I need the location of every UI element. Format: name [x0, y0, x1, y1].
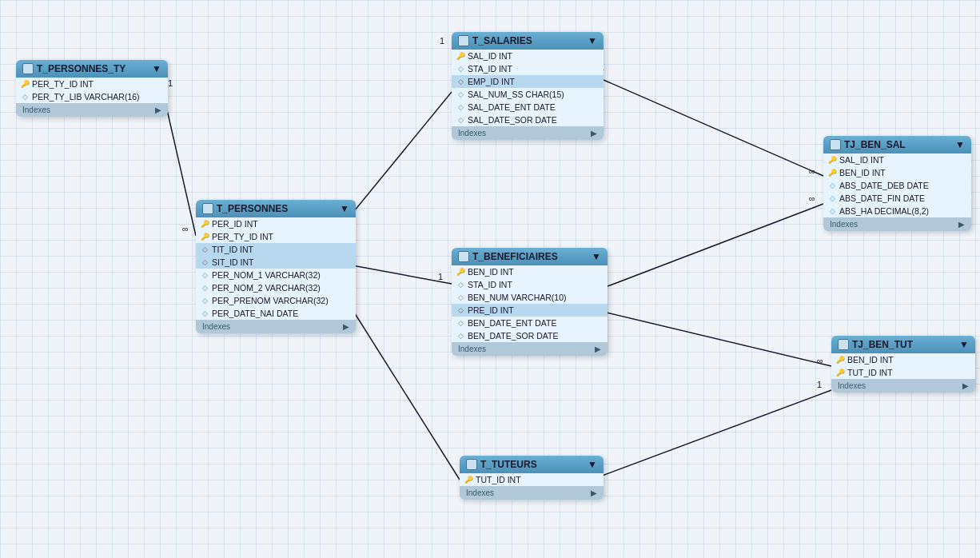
table-tj-ben-tut: TJ_BEN_TUT ▼ 🔑 BEN_ID INT 🔑 TUT_ID INT I…: [831, 336, 975, 393]
table-header-t-salaries[interactable]: T_SALARIES ▼: [452, 32, 604, 50]
svg-text:1: 1: [817, 380, 822, 389]
pk-icon: 🔑: [456, 52, 464, 60]
svg-line-12: [604, 80, 823, 176]
dropdown-arrow-icon[interactable]: ▼: [955, 139, 965, 150]
field-row: ◇ ABS_DATE_DEB DATE: [823, 179, 971, 192]
fk-icon: ◇: [456, 306, 464, 314]
field-icon: ◇: [828, 181, 836, 189]
table-title: T_SALARIES: [472, 35, 532, 46]
field-row-highlighted: ◇ SIT_ID INT: [196, 256, 356, 269]
field-icon: ◇: [21, 93, 29, 101]
field-row: ◇ PER_TY_LIB VARCHAR(16): [16, 90, 168, 103]
svg-line-15: [604, 204, 823, 288]
dropdown-arrow-icon[interactable]: ▼: [959, 339, 969, 350]
footer-arrow-icon: ▶: [958, 220, 965, 229]
table-tj-ben-sal: TJ_BEN_SAL ▼ 🔑 SAL_ID INT 🔑 BEN_ID INT ◇…: [823, 136, 971, 231]
table-t-salaries: T_SALARIES ▼ 🔑 SAL_ID INT ◇ STA_ID INT ◇…: [452, 32, 604, 140]
field-text: SIT_ID INT: [212, 257, 254, 267]
field-text: STA_ID INT: [468, 280, 512, 289]
pk-icon: 🔑: [464, 476, 472, 484]
table-t-personnes-ty: T_PERSONNES_TY ▼ 🔑 PER_TY_ID INT ◇ PER_T…: [16, 60, 168, 117]
table-header-t-personnes[interactable]: T_PERSONNES ▼: [196, 200, 356, 217]
field-row-highlighted: ◇ EMP_ID INT: [452, 75, 604, 88]
field-icon: ◇: [828, 207, 836, 215]
field-text: SAL_ID INT: [839, 155, 884, 165]
field-row: ◇ SAL_DATE_SOR DATE: [452, 114, 604, 126]
field-text: EMP_ID INT: [468, 77, 515, 86]
fk-icon: 🔑: [828, 169, 836, 177]
table-footer-t-personnes-ty[interactable]: Indexes ▶: [16, 103, 168, 117]
field-text: PER_TY_ID INT: [32, 79, 94, 89]
fk-icon: 🔑: [201, 233, 209, 241]
table-footer-t-tuteurs[interactable]: Indexes ▶: [460, 486, 604, 500]
field-text: PER_TY_LIB VARCHAR(16): [32, 92, 140, 102]
field-text: ABS_HA DECIMAL(8,2): [839, 206, 929, 216]
field-icon: ◇: [456, 293, 464, 301]
field-row: 🔑 SAL_ID INT: [823, 153, 971, 166]
table-icon: [202, 203, 213, 214]
dropdown-arrow-icon[interactable]: ▼: [592, 251, 601, 262]
pk-icon: 🔑: [456, 268, 464, 276]
table-body: 🔑 BEN_ID INT ◇ STA_ID INT ◇ BEN_NUM VARC…: [452, 265, 608, 342]
field-text: PER_NOM_2 VARCHAR(32): [212, 283, 321, 293]
field-text: STA_ID INT: [468, 64, 512, 74]
fk-icon: ◇: [201, 258, 209, 266]
field-row: 🔑 BEN_ID INT: [831, 353, 975, 366]
svg-line-9: [344, 296, 460, 480]
field-row: ◇ ABS_HA DECIMAL(8,2): [823, 205, 971, 217]
field-row: 🔑 PER_TY_ID INT: [16, 78, 168, 90]
table-footer-t-salaries[interactable]: Indexes ▶: [452, 126, 604, 140]
table-icon: [22, 63, 34, 74]
field-row: ◇ SAL_DATE_ENT DATE: [452, 101, 604, 114]
field-row: ◇ ABS_DATE_FIN DATE: [823, 192, 971, 205]
dropdown-arrow-icon[interactable]: ▼: [340, 203, 349, 214]
field-row: ◇ BEN_NUM VARCHAR(10): [452, 291, 608, 304]
svg-text:1: 1: [438, 272, 443, 281]
field-text: BEN_DATE_ENT DATE: [468, 318, 556, 328]
field-row: ◇ PER_NOM_1 VARCHAR(32): [196, 269, 356, 281]
table-header-tj-ben-tut[interactable]: TJ_BEN_TUT ▼: [831, 336, 975, 353]
table-icon: [458, 35, 469, 46]
field-text: SAL_DATE_SOR DATE: [468, 115, 557, 125]
table-footer-tj-ben-tut[interactable]: Indexes ▶: [831, 379, 975, 393]
field-text: SAL_DATE_ENT DATE: [468, 102, 556, 112]
field-text: TIT_ID INT: [212, 245, 253, 254]
table-icon: [830, 139, 841, 150]
svg-text:∞: ∞: [182, 224, 189, 233]
field-text: BEN_NUM VARCHAR(10): [468, 293, 567, 302]
table-title: T_BENEFICIAIRES: [472, 251, 558, 262]
field-row: ◇ SAL_NUM_SS CHAR(15): [452, 88, 604, 101]
indexes-label: Indexes: [202, 322, 230, 331]
dropdown-arrow-icon[interactable]: ▼: [152, 63, 161, 74]
field-icon: ◇: [456, 332, 464, 340]
field-row: 🔑 PER_ID INT: [196, 217, 356, 230]
field-text: SAL_ID INT: [468, 51, 512, 61]
dropdown-arrow-icon[interactable]: ▼: [588, 35, 597, 46]
table-title: TJ_BEN_SAL: [844, 139, 906, 150]
field-row: 🔑 SAL_ID INT: [452, 50, 604, 62]
svg-line-3: [344, 92, 452, 224]
table-header-tj-ben-sal[interactable]: TJ_BEN_SAL ▼: [823, 136, 971, 153]
field-icon: ◇: [456, 281, 464, 289]
fk-icon: ◇: [456, 78, 464, 86]
field-text: BEN_ID INT: [468, 267, 514, 277]
table-header-t-tuteurs[interactable]: T_TUTEURS ▼: [460, 456, 604, 473]
field-text: TUT_ID INT: [847, 368, 893, 377]
table-footer-t-beneficiaires[interactable]: Indexes ▶: [452, 342, 608, 356]
table-header-t-personnes-ty[interactable]: T_PERSONNES_TY ▼: [16, 60, 168, 78]
svg-text:1: 1: [440, 36, 444, 46]
svg-line-21: [592, 390, 831, 480]
table-body: 🔑 SAL_ID INT ◇ STA_ID INT ◇ EMP_ID INT ◇…: [452, 50, 604, 126]
table-footer-tj-ben-sal[interactable]: Indexes ▶: [823, 217, 971, 231]
table-header-t-beneficiaires[interactable]: T_BENEFICIAIRES ▼: [452, 248, 608, 265]
field-row: 🔑 BEN_ID INT: [452, 265, 608, 278]
indexes-label: Indexes: [838, 381, 866, 390]
field-icon: ◇: [456, 65, 464, 73]
field-row: 🔑 TUT_ID INT: [831, 366, 975, 379]
field-icon: ◇: [828, 194, 836, 202]
field-text: PRE_ID INT: [468, 305, 514, 315]
fk-icon: 🔑: [828, 156, 836, 164]
dropdown-arrow-icon[interactable]: ▼: [588, 459, 597, 470]
table-footer-t-personnes[interactable]: Indexes ▶: [196, 320, 356, 333]
footer-arrow-icon: ▶: [595, 345, 601, 353]
